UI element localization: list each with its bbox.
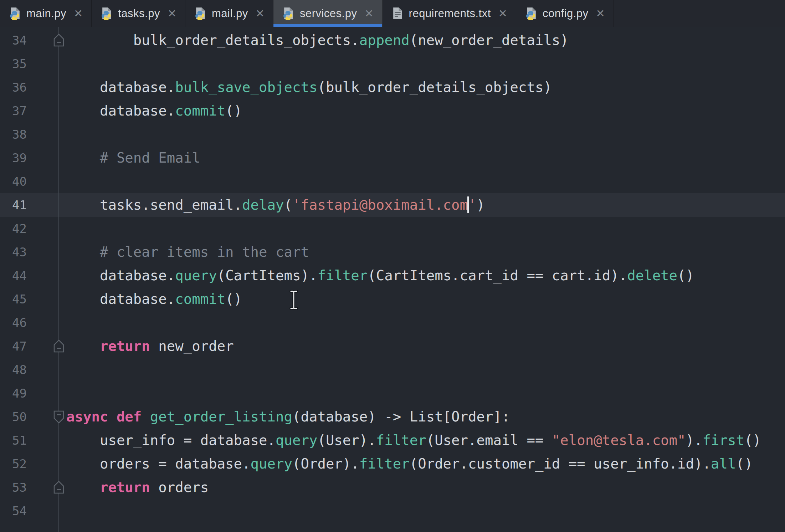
code-token: filter xyxy=(359,456,410,472)
tab-tasks-py[interactable]: tasks.py✕ xyxy=(92,0,185,27)
code-line-51[interactable]: 51 user_info = database.query(User).filt… xyxy=(0,429,785,452)
gutter[interactable]: 45 xyxy=(0,287,66,311)
code-line-36[interactable]: 36 database.bulk_save_objects(bulk_order… xyxy=(0,76,785,99)
line-number: 44 xyxy=(12,264,27,287)
code-token: user_info = database. xyxy=(66,432,276,448)
fold-marker-icon[interactable] xyxy=(52,480,66,495)
code-token: ) xyxy=(477,197,485,213)
fold-marker-icon[interactable] xyxy=(52,409,66,425)
close-icon[interactable]: ✕ xyxy=(74,8,83,19)
line-number: 42 xyxy=(12,217,27,240)
gutter[interactable]: 46 xyxy=(0,311,66,334)
code-line-35[interactable]: 35 xyxy=(0,52,785,76)
code-line-39[interactable]: 39 # Send Email xyxy=(0,146,785,170)
close-icon[interactable]: ✕ xyxy=(256,8,265,19)
code-line-34[interactable]: 34 bulk_order_details_objects.append(new… xyxy=(0,29,785,52)
code-token: orders xyxy=(150,479,209,495)
gutter[interactable]: 35 xyxy=(0,52,66,76)
code-token: # clear items in the cart xyxy=(66,244,309,260)
code-text: # clear items in the cart xyxy=(66,240,309,264)
close-icon[interactable]: ✕ xyxy=(364,8,373,19)
code-line-46[interactable]: 46 xyxy=(0,311,785,334)
code-token: query xyxy=(251,456,292,472)
code-token: bulk_order_details_objects. xyxy=(66,32,359,48)
gutter[interactable]: 41 xyxy=(0,193,66,217)
code-line-49[interactable]: 49 xyxy=(0,382,785,405)
line-number: 37 xyxy=(12,99,27,123)
code-line-48[interactable]: 48 xyxy=(0,358,785,382)
code-line-40[interactable]: 40 xyxy=(0,170,785,193)
gutter[interactable]: 40 xyxy=(0,170,66,193)
gutter[interactable]: 47 xyxy=(0,334,66,358)
code-token: query xyxy=(175,267,217,283)
gutter[interactable]: 50 xyxy=(0,405,66,429)
code-token: (Order). xyxy=(292,456,359,472)
code-token: get_order_listing xyxy=(150,409,292,425)
line-number: 39 xyxy=(12,146,27,170)
code-text: database.commit() xyxy=(66,287,242,311)
gutter[interactable]: 42 xyxy=(0,217,66,240)
close-icon[interactable]: ✕ xyxy=(596,8,605,19)
editor[interactable]: 34 bulk_order_details_objects.append(new… xyxy=(0,27,785,532)
fold-marker-icon[interactable] xyxy=(52,32,66,48)
gutter[interactable]: 53 xyxy=(0,476,66,499)
code-text: database.commit() xyxy=(66,99,242,123)
gutter-separator xyxy=(58,27,59,532)
gutter[interactable]: 51 xyxy=(0,429,66,452)
gutter[interactable]: 39 xyxy=(0,146,66,170)
code-token xyxy=(142,409,150,425)
code-token: ( xyxy=(284,197,292,213)
gutter[interactable]: 36 xyxy=(0,76,66,99)
tab-requirements-txt[interactable]: requirements.txt✕ xyxy=(383,0,516,27)
gutter[interactable]: 38 xyxy=(0,123,66,146)
code-token: database. xyxy=(66,79,175,95)
line-number: 48 xyxy=(12,358,27,382)
code-line-37[interactable]: 37 database.commit() xyxy=(0,99,785,123)
code-token: append xyxy=(359,32,410,48)
code-token: filter xyxy=(376,432,426,448)
gutter[interactable]: 34 xyxy=(0,29,66,52)
gutter[interactable]: 37 xyxy=(0,99,66,123)
code-line-47[interactable]: 47 return new_order xyxy=(0,334,785,358)
gutter[interactable]: 48 xyxy=(0,358,66,382)
line-number: 43 xyxy=(12,240,27,264)
tab-main-py[interactable]: main.py✕ xyxy=(0,0,92,27)
code-token: first xyxy=(703,432,744,448)
code-line-43[interactable]: 43 # clear items in the cart xyxy=(0,240,785,264)
code-token: () xyxy=(225,291,242,307)
code-token: bulk_save_objects xyxy=(175,79,317,95)
code-line-53[interactable]: 53 return orders xyxy=(0,476,785,499)
code-token: (bulk_order_details_objects) xyxy=(317,79,551,95)
code-line-38[interactable]: 38 xyxy=(0,123,785,146)
gutter[interactable]: 44 xyxy=(0,264,66,287)
fold-marker-icon[interactable] xyxy=(52,338,66,354)
code-token: return xyxy=(100,338,150,354)
code-line-45[interactable]: 45 database.commit() xyxy=(0,287,785,311)
code-token: orders = database. xyxy=(66,456,251,472)
tab-label: mail.py xyxy=(212,7,248,20)
gutter[interactable]: 52 xyxy=(0,452,66,476)
gutter[interactable]: 49 xyxy=(0,382,66,405)
text-file-icon xyxy=(391,7,404,20)
code-token xyxy=(66,479,100,495)
code-line-54[interactable]: 54 xyxy=(0,499,785,523)
code-token: (database) -> List[Order]: xyxy=(292,409,510,425)
code-text: async def get_order_listing(database) ->… xyxy=(66,405,510,429)
gutter[interactable]: 43 xyxy=(0,240,66,264)
code-text: return new_order xyxy=(66,334,234,358)
close-icon[interactable]: ✕ xyxy=(168,8,176,19)
tab-config-py[interactable]: config.py✕ xyxy=(516,0,614,27)
code-line-44[interactable]: 44 database.query(CartItems).filter(Cart… xyxy=(0,264,785,287)
code-line-50[interactable]: 50 async def get_order_listing(database)… xyxy=(0,405,785,429)
code-token: delete xyxy=(627,267,677,283)
line-number: 53 xyxy=(12,476,27,499)
line-number: 45 xyxy=(12,287,27,311)
gutter[interactable]: 54 xyxy=(0,499,66,523)
code-line-41[interactable]: 41 tasks.send_email.delay('fastapi@boxim… xyxy=(0,193,785,217)
tab-mail-py[interactable]: mail.py✕ xyxy=(185,0,273,27)
code-line-52[interactable]: 52 orders = database.query(Order).filter… xyxy=(0,452,785,476)
code-token: database. xyxy=(66,103,175,119)
tab-services-py[interactable]: services.py✕ xyxy=(273,0,383,27)
close-icon[interactable]: ✕ xyxy=(498,8,507,19)
code-line-42[interactable]: 42 xyxy=(0,217,785,240)
